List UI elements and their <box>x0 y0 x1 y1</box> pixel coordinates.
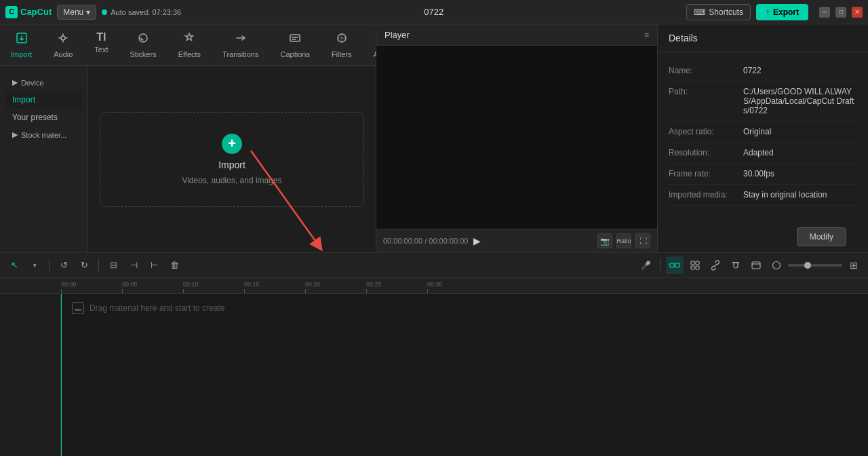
chain-button[interactable] <box>707 256 724 274</box>
drag-icon: ▬ <box>72 302 84 314</box>
text-icon: TI <box>96 31 106 43</box>
detail-label-imported: Imported media: <box>669 190 743 200</box>
import-plus-icon: + <box>222 134 242 154</box>
minimize-button[interactable]: ─ <box>819 7 830 18</box>
left-sidebar: ▶ Device Import Your presets ▶ Stock mat… <box>0 66 88 252</box>
sidebar-item-presets[interactable]: Your presets <box>5 109 82 126</box>
ruler-mark-0: 00:00 <box>61 281 122 293</box>
captions-icon <box>288 31 302 48</box>
sidebar-item-device[interactable]: ▶ Device <box>5 74 82 91</box>
nav-label-captions: Captions <box>280 50 309 58</box>
player-menu-icon[interactable]: ≡ <box>644 31 649 40</box>
nav-item-import[interactable]: Import <box>1 27 41 62</box>
svg-rect-3 <box>290 35 300 41</box>
ruler-mark-6: 00:30 <box>427 281 488 293</box>
ruler-label-3: 00:15 <box>244 281 260 288</box>
ruler-marks: 00:00 00:05 00:10 00:15 00:20 00:25 <box>61 281 488 293</box>
detail-label-resolution: Resolution: <box>669 148 743 157</box>
effects-icon <box>182 31 196 48</box>
circle-button[interactable] <box>768 256 785 274</box>
chevron-right-icon-stock: ▶ <box>12 130 18 139</box>
timeline-tools-right: 🎤 ⊞ <box>637 256 863 274</box>
export-button[interactable]: ↑ Export <box>756 4 808 20</box>
zoom-slider[interactable] <box>788 264 842 267</box>
export-label: Export <box>773 7 799 17</box>
window-controls: ─ □ ✕ <box>819 7 863 18</box>
ruler-mark-2: 00:10 <box>183 281 244 293</box>
link-segments-button[interactable] <box>666 256 684 274</box>
nav-item-filters[interactable]: Filters <box>322 27 361 62</box>
nav-item-transitions[interactable]: Transitions <box>213 27 268 62</box>
keyboard-icon: ⌨ <box>694 7 705 17</box>
detail-value-imported: Stay in original location <box>743 190 827 200</box>
select-dropdown-button[interactable]: ▾ <box>26 256 43 274</box>
svg-rect-10 <box>675 263 679 267</box>
playhead <box>61 294 62 456</box>
import-title: Import <box>218 159 245 170</box>
nav-item-captions[interactable]: Captions <box>271 27 319 62</box>
detail-label-name: Name: <box>669 66 743 75</box>
split-button[interactable]: ⊟ <box>104 256 122 274</box>
microphone-button[interactable]: 🎤 <box>637 256 654 274</box>
timeline-tracks[interactable]: ▬ Drag material here and start to create <box>61 294 868 456</box>
svg-rect-15 <box>752 262 760 269</box>
screenshot-button[interactable]: 📷 <box>597 233 612 248</box>
left-panel: Import Audio TI Text Stickers <box>0 24 376 252</box>
ruler-mark-3: 00:15 <box>244 281 305 293</box>
trim-left-button[interactable]: ⊣ <box>125 256 142 274</box>
nav-item-stickers[interactable]: Stickers <box>121 27 166 62</box>
autosave-text: Auto saved: 07:23:36 <box>111 8 181 16</box>
player-header: Player ≡ <box>376 24 657 46</box>
grid-button[interactable] <box>686 256 704 274</box>
svg-rect-12 <box>696 261 699 265</box>
preview-button[interactable] <box>747 256 765 274</box>
timecode-display: 00:00:00:00 / 00:00:00:00 <box>383 237 468 245</box>
detail-label-aspect: Aspect ratio: <box>669 127 743 136</box>
titlebar-right: ⌨ Shortcuts ↑ Export ─ □ ✕ <box>686 4 863 20</box>
modify-button[interactable]: Modify <box>797 227 846 246</box>
details-footer: Modify <box>658 214 868 252</box>
maximize-button[interactable]: □ <box>835 7 846 18</box>
detail-row-path: Path: C:/Users/GOOD WILL ALWAYS/AppData/… <box>669 81 857 121</box>
menu-chevron-icon: ▾ <box>86 7 90 17</box>
close-button[interactable]: ✕ <box>852 7 863 18</box>
redo-button[interactable]: ↻ <box>75 256 93 274</box>
select-tool-button[interactable]: ↖ <box>5 256 23 274</box>
player-viewport <box>376 46 657 229</box>
ruler-label-1: 00:05 <box>122 281 138 288</box>
capcut-icon: C <box>5 6 18 18</box>
right-panel: Details Name: 0722 Path: C:/Users/GOOD W… <box>658 24 868 252</box>
timeline-toolbar: ↖ ▾ ↺ ↻ ⊟ ⊣ ⊢ 🗑 🎤 <box>0 253 868 278</box>
shortcuts-button[interactable]: ⌨ Shortcuts <box>686 4 751 20</box>
nav-label-transitions: Transitions <box>222 50 258 58</box>
nav-label-text: Text <box>94 45 108 54</box>
detail-row-resolution: Resolution: Adapted <box>669 142 857 164</box>
nav-item-audio[interactable]: Audio <box>44 27 82 62</box>
ruler-label-5: 00:25 <box>366 281 382 288</box>
svg-point-2 <box>139 34 147 42</box>
zoom-fit-button[interactable]: ⊞ <box>845 256 863 274</box>
trim-right-button[interactable]: ⊢ <box>145 256 163 274</box>
project-name: 0722 <box>181 7 686 17</box>
delete-button[interactable]: 🗑 <box>165 256 183 274</box>
detail-row-imported: Imported media: Stay in original locatio… <box>669 185 857 206</box>
ruler-label-2: 00:10 <box>183 281 199 288</box>
timeline-left-gutter <box>0 294 61 456</box>
nav-label-import: Import <box>11 50 32 58</box>
nav-item-effects[interactable]: Effects <box>169 27 210 62</box>
undo-button[interactable]: ↺ <box>55 256 73 274</box>
import-drop-zone[interactable]: + Import Videos, audios, and images <box>100 112 364 207</box>
ruler-mark-4: 00:20 <box>305 281 366 293</box>
menu-button[interactable]: Menu ▾ <box>57 5 96 20</box>
play-button[interactable]: ▶ <box>473 235 481 246</box>
detail-value-aspect: Original <box>743 127 771 136</box>
timeline-ruler: 00:00 00:05 00:10 00:15 00:20 00:25 <box>0 278 868 294</box>
magnet-button[interactable] <box>727 256 745 274</box>
stickers-icon <box>136 31 150 48</box>
svg-rect-14 <box>696 266 699 269</box>
sidebar-item-import[interactable]: Import <box>5 91 82 109</box>
sidebar-item-stock[interactable]: ▶ Stock mater... <box>5 126 82 143</box>
fullscreen-button[interactable]: ⛶ <box>635 233 650 248</box>
nav-item-text[interactable]: TI Text <box>85 27 117 62</box>
ratio-button[interactable]: Ratio <box>616 233 631 248</box>
